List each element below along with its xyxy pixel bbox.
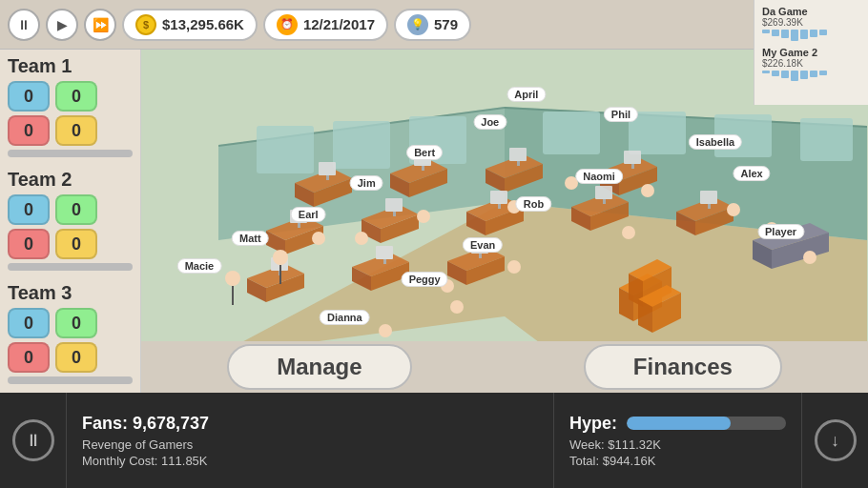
game-2-revenue: $226.18K xyxy=(762,58,860,69)
money-value: $13,295.66K xyxy=(162,16,244,32)
svg-rect-70 xyxy=(471,240,488,254)
svg-rect-31 xyxy=(631,164,634,169)
team-2-stat-4: 0 xyxy=(55,229,97,259)
svg-point-88 xyxy=(312,232,325,245)
svg-point-92 xyxy=(507,260,521,274)
svg-rect-20 xyxy=(414,152,431,166)
fast-forward-button[interactable]: ⏩ xyxy=(84,9,116,41)
game-2-bars xyxy=(762,71,860,81)
top-bar: ⏸ ▶ ⏩ $ $13,295.66K ⏰ 12/21/2017 💡 579 ⚙ xyxy=(0,0,868,50)
coin-icon: $ xyxy=(135,14,156,35)
svg-rect-40 xyxy=(385,198,403,212)
svg-rect-45 xyxy=(490,191,507,204)
svg-rect-66 xyxy=(383,259,386,264)
bottom-right-stats: Hype: Week: $111.32K Total: $944.16K xyxy=(553,393,801,488)
team-1-stat-1: 0 xyxy=(8,81,50,112)
team-2-stat-3: 0 xyxy=(8,229,50,259)
hype-display: Hype: xyxy=(569,414,786,434)
svg-rect-50 xyxy=(595,186,612,199)
game-1-title: Da Game xyxy=(762,6,860,17)
svg-point-100 xyxy=(450,300,464,314)
team-1-stat-3: 0 xyxy=(8,115,50,146)
game-entry-2: My Game 2 $226.18K xyxy=(762,47,860,81)
svg-rect-8 xyxy=(543,112,600,154)
svg-rect-26 xyxy=(517,161,520,166)
svg-rect-41 xyxy=(393,212,396,216)
fans-display: Fans: 9,678,737 xyxy=(82,414,538,434)
team-2-row-2: 0 0 xyxy=(8,229,133,259)
team-1-block: Team 1 0 0 0 0 xyxy=(8,55,133,157)
team-2-row-1: 0 0 xyxy=(8,194,133,225)
game-1-bars xyxy=(762,30,860,41)
team-1-progress xyxy=(8,150,133,157)
svg-point-90 xyxy=(355,232,368,245)
svg-rect-15 xyxy=(319,162,336,175)
team-1-row-2: 0 0 xyxy=(8,115,133,146)
team-3-row-1: 0 0 xyxy=(8,308,133,338)
action-buttons: Manage Finances xyxy=(141,341,868,393)
team-3-stat-2: 0 xyxy=(55,308,97,338)
bottom-pause-button[interactable]: ⏸ xyxy=(12,419,54,461)
hype-bar-fill xyxy=(627,417,731,430)
svg-rect-25 xyxy=(509,148,527,161)
svg-point-89 xyxy=(417,210,430,223)
team-2-stat-1: 0 xyxy=(8,194,50,225)
svg-point-98 xyxy=(765,222,778,235)
hype-bar-container xyxy=(627,417,786,430)
bottom-bar: ⏸ Fans: 9,678,737 Revenge of Gamers Mont… xyxy=(0,393,868,488)
date-value: 12/21/2017 xyxy=(303,16,375,32)
scroll-down-button[interactable]: ↓ xyxy=(815,419,857,461)
svg-rect-16 xyxy=(326,175,329,180)
score-pill: 💡 579 xyxy=(394,9,471,41)
svg-point-86 xyxy=(273,250,288,265)
svg-rect-55 xyxy=(700,191,717,204)
finances-button[interactable]: Finances xyxy=(584,344,782,390)
team-2-block: Team 2 0 0 0 0 xyxy=(8,169,133,271)
date-pill: ⏰ 12/21/2017 xyxy=(263,9,388,41)
team-3-stat-1: 0 xyxy=(8,308,50,338)
game-1-revenue: $269.39K xyxy=(762,17,860,28)
monthly-cost: Monthly Cost: 111.85K xyxy=(82,454,538,468)
team-1-stat-2: 0 xyxy=(55,81,97,112)
svg-rect-11 xyxy=(800,118,853,161)
svg-rect-5 xyxy=(257,126,314,173)
svg-rect-56 xyxy=(708,204,711,209)
week-revenue: Week: $111.32K xyxy=(569,437,786,452)
team-2-progress xyxy=(8,263,133,271)
total-revenue: Total: $944.16K xyxy=(569,454,786,468)
svg-rect-10 xyxy=(714,114,772,157)
svg-rect-35 xyxy=(290,210,307,223)
team-1-title: Team 1 xyxy=(8,55,133,77)
bottom-pause-area: ⏸ xyxy=(0,393,67,488)
game-2-title: My Game 2 xyxy=(762,47,860,58)
svg-rect-21 xyxy=(422,166,424,171)
svg-rect-9 xyxy=(629,112,686,154)
team-3-title: Team 3 xyxy=(8,282,133,304)
svg-point-95 xyxy=(641,184,654,197)
svg-point-94 xyxy=(565,176,578,190)
pause-button[interactable]: ⏸ xyxy=(8,9,40,41)
bulb-icon: 💡 xyxy=(407,14,428,35)
team-3-stat-3: 0 xyxy=(8,342,50,373)
svg-point-97 xyxy=(727,203,740,216)
svg-point-91 xyxy=(441,279,454,293)
team-3-row-2: 0 0 xyxy=(8,342,133,373)
hype-label: Hype: xyxy=(569,414,617,434)
svg-point-93 xyxy=(507,200,521,214)
project-name: Revenge of Gamers xyxy=(82,437,538,452)
svg-rect-51 xyxy=(603,199,606,204)
svg-rect-65 xyxy=(376,246,393,259)
game-entry-1: Da Game $269.39K xyxy=(762,6,860,41)
timer-icon: ⏰ xyxy=(277,14,298,35)
svg-rect-6 xyxy=(333,121,390,169)
team-1-stat-4: 0 xyxy=(55,115,97,146)
manage-button[interactable]: Manage xyxy=(227,344,411,390)
team-1-row-1: 0 0 xyxy=(8,81,133,112)
team-2-stat-2: 0 xyxy=(55,194,97,225)
play-button[interactable]: ▶ xyxy=(46,9,78,41)
svg-point-84 xyxy=(225,271,240,286)
team-3-stat-4: 0 xyxy=(55,342,97,373)
svg-rect-36 xyxy=(298,223,300,228)
money-pill: $ $13,295.66K xyxy=(122,9,258,41)
svg-rect-71 xyxy=(479,254,482,258)
